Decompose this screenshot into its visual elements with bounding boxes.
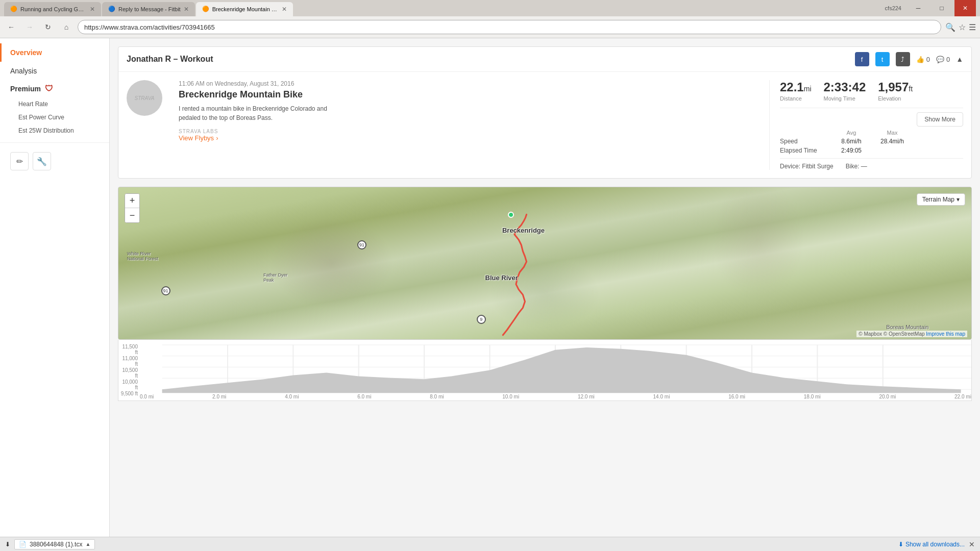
show-all-downloads-label: Show all downloads... <box>905 541 965 548</box>
tab-favicon-1: 🟠 <box>10 6 17 13</box>
tab-running-cycling[interactable]: 🟠 Running and Cycling GPS... ✕ <box>4 2 101 16</box>
tab-title-3: Breckenridge Mountain B... <box>212 6 279 12</box>
sidebar-sub-heart-rate[interactable]: Heart Rate <box>0 97 109 111</box>
edit-tool-button[interactable]: ✏ <box>10 152 29 170</box>
analysis-label: Analysis <box>10 67 37 75</box>
close-button[interactable]: ✕ <box>954 0 976 16</box>
minimize-button[interactable]: ─ <box>908 0 929 16</box>
sidebar-item-analysis[interactable]: Analysis <box>0 62 109 80</box>
menu-icon[interactable]: ☰ <box>969 22 976 32</box>
download-bar-close[interactable]: ✕ <box>969 540 975 548</box>
activity-title: Jonathan R – Workout <box>127 55 213 64</box>
elevation-svg <box>118 340 971 400</box>
elevation-unit: ft <box>909 85 913 93</box>
sidebar-premium: Premium 🛡 <box>0 80 109 97</box>
activity-actions: f t ⤴ 👍 0 💬 0 ▲ <box>855 52 963 66</box>
like-button[interactable]: 👍 0 <box>916 56 930 63</box>
est-25w-label: Est 25W Distribution <box>18 127 74 134</box>
x-label-6: 12.0 mi <box>578 394 595 399</box>
maximize-button[interactable]: □ <box>931 0 952 16</box>
y-label-4: 9,500 ft <box>120 391 138 396</box>
show-all-downloads-link[interactable]: ⬇ Show all downloads... <box>898 541 965 548</box>
reload-button[interactable]: ↻ <box>41 20 55 34</box>
x-label-8: 16.0 mi <box>728 394 745 399</box>
activity-info: 11:06 AM on Wednesday, August 31, 2016 B… <box>179 80 769 170</box>
x-label-0: 0.0 mi <box>140 394 154 399</box>
settings-tool-button[interactable]: 🔧 <box>33 152 51 170</box>
bookmark-star-icon[interactable]: ☆ <box>959 22 966 32</box>
zoom-out-button[interactable]: − <box>125 208 139 222</box>
moving-time-value: 2:33:42 <box>824 80 866 94</box>
forward-button[interactable]: → <box>22 20 37 34</box>
facebook-share-button[interactable]: f <box>855 52 869 66</box>
x-label-11: 22.0 mi <box>954 394 971 399</box>
activity-card: Jonathan R – Workout f t ⤴ 👍 0 <box>118 46 972 179</box>
download-chevron-icon[interactable]: ▲ <box>85 541 90 547</box>
activity-header: Jonathan R – Workout f t ⤴ 👍 0 <box>118 47 971 72</box>
flybys-label: View Flybys <box>179 134 214 142</box>
activity-body: STRAVA 11:06 AM on Wednesday, August 31,… <box>118 72 971 178</box>
tab-close-1[interactable]: ✕ <box>90 6 95 13</box>
stat-elevation: 1,957ft Elevation <box>878 80 913 102</box>
stats-headers: Avg Max <box>780 130 963 136</box>
map-container[interactable]: Breckenridge Blue River Boreas Mountain … <box>118 187 972 340</box>
sidebar-tools: ✏ 🔧 <box>0 148 109 174</box>
map-attribution: © Mapbox © OpenStreetMap Improve this ma… <box>856 331 967 337</box>
twitter-share-button[interactable]: t <box>875 52 890 66</box>
stats-grid: Speed 8.6mi/h 28.4mi/h Elapsed Time 2:49… <box>780 138 963 154</box>
activity-name: Breckenridge Mountain Bike <box>179 89 769 100</box>
home-button[interactable]: ⌂ <box>59 20 74 34</box>
back-button[interactable]: ← <box>4 20 18 34</box>
download-filename: 3880644848 (1).tcx <box>30 541 82 548</box>
tab-title-1: Running and Cycling GPS... <box>20 6 87 12</box>
avatar-label: STRAVA <box>135 95 155 101</box>
likes-count: 0 <box>926 56 930 63</box>
tab-strava[interactable]: 🟠 Breckenridge Mountain B... ✕ <box>196 2 293 16</box>
activity-stats: 22.1mi Distance 2:33:42 Moving Time 1,95… <box>769 80 963 170</box>
x-label-7: 14.0 mi <box>653 394 670 399</box>
sidebar-sub-est-power-curve[interactable]: Est Power Curve <box>0 111 109 124</box>
tab-close-2[interactable]: ✕ <box>184 6 189 13</box>
stats-main: 22.1mi Distance 2:33:42 Moving Time 1,95… <box>780 80 963 102</box>
twitter-icon: t <box>881 56 884 63</box>
search-icon[interactable]: 🔍 <box>945 22 955 32</box>
improve-map-link[interactable]: Improve this map <box>926 331 965 337</box>
browser-titlebar: 🟠 Running and Cycling GPS... ✕ 🔵 Reply t… <box>0 0 980 16</box>
elevation-profile <box>162 347 961 393</box>
elapsed-time-label: Elapsed Time <box>780 147 831 154</box>
speed-max-val: 28.4mi/h <box>872 138 913 145</box>
download-icon-small: ⬇ <box>898 541 903 548</box>
sidebar: Overview Analysis Premium 🛡 Heart Rate E… <box>0 38 110 537</box>
elevation-y-axis: 11,500 ft 11,000 ft 10,500 ft 10,000 ft … <box>118 340 140 400</box>
highway-9-marker: 9 <box>477 315 486 324</box>
download-item[interactable]: 📄 3880644848 (1).tcx ▲ <box>14 539 95 549</box>
heart-rate-label: Heart Rate <box>18 101 48 108</box>
tab-fitbit[interactable]: 🔵 Reply to Message - Fitbit ✕ <box>102 2 195 16</box>
y-label-2: 10,500 ft <box>120 367 138 379</box>
share-button[interactable]: ⤴ <box>896 52 910 66</box>
win-user: cfs224 <box>885 5 901 11</box>
map-type-button[interactable]: Terrain Map ▾ <box>917 193 965 206</box>
comment-button[interactable]: 💬 0 <box>936 56 950 63</box>
bike-value: — <box>861 163 867 170</box>
sidebar-item-overview[interactable]: Overview <box>0 43 109 62</box>
facebook-icon: f <box>861 56 863 63</box>
elevation-chart: 11,500 ft 11,000 ft 10,500 ft 10,000 ft … <box>118 340 972 401</box>
tab-close-3[interactable]: ✕ <box>282 6 287 13</box>
zoom-in-button[interactable]: + <box>125 194 139 208</box>
expand-button[interactable]: ▲ <box>956 55 963 63</box>
strava-labs-label: STRAVA LABS <box>179 129 769 134</box>
distance-number: 22.1 <box>780 80 804 94</box>
browser-tabs: 🟠 Running and Cycling GPS... ✕ 🔵 Reply t… <box>4 0 293 16</box>
show-more-button[interactable]: Show More <box>917 112 963 127</box>
device-value: Fitbit Surge <box>802 163 833 170</box>
x-label-4: 8.0 mi <box>430 394 444 399</box>
download-bar: ⬇ 📄 3880644848 (1).tcx ▲ ⬇ Show all down… <box>0 537 980 551</box>
route-svg <box>118 187 971 339</box>
elevation-x-axis: 0.0 mi 2.0 mi 4.0 mi 6.0 mi 8.0 mi 10.0 … <box>140 393 971 400</box>
view-flybys-link[interactable]: View Flybys › <box>179 134 769 142</box>
distance-unit: mi <box>804 85 812 93</box>
stats-table: Show More Avg Max Speed 8.6mi/h 28.4mi/h <box>780 108 963 170</box>
address-bar[interactable] <box>78 20 941 34</box>
sidebar-sub-est-25w[interactable]: Est 25W Distribution <box>0 124 109 137</box>
